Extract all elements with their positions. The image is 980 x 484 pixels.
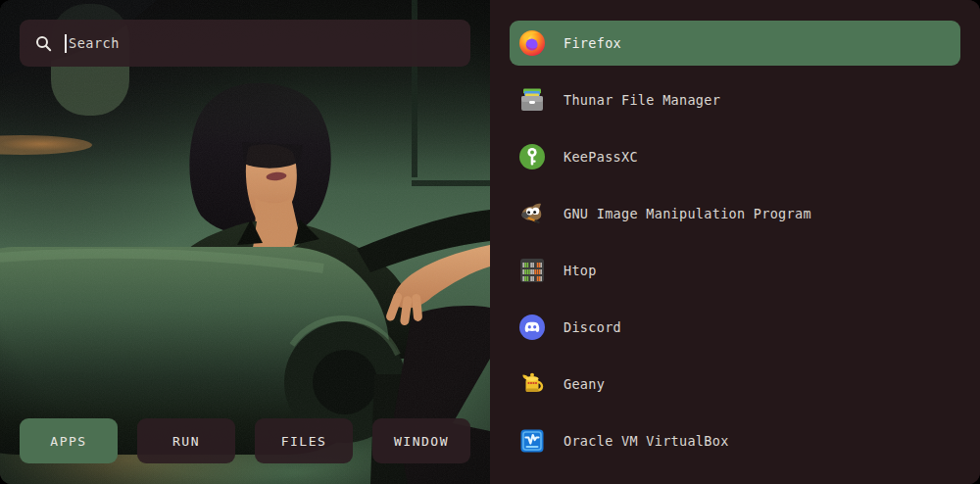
htop-icon (518, 257, 546, 284)
mode-button-files[interactable]: FILES (255, 418, 353, 463)
app-label: Geany (564, 376, 605, 392)
search-input[interactable]: Search (20, 20, 470, 67)
list-item-htop[interactable]: Htop (510, 248, 960, 293)
list-item-discord[interactable]: Discord (510, 305, 960, 350)
list-item-geany[interactable]: Geany (510, 362, 960, 407)
list-item-virtualbox[interactable]: Oracle VM VirtualBox (510, 418, 960, 463)
mode-button-run[interactable]: RUN (137, 418, 235, 463)
thunar-icon (518, 86, 546, 114)
search-placeholder: Search (69, 35, 120, 51)
app-label: Discord (564, 319, 621, 335)
app-label: GNU Image Manipulation Program (564, 206, 811, 221)
list-item-gimp[interactable]: GNU Image Manipulation Program (510, 191, 960, 236)
app-label: Firefox (564, 35, 621, 51)
mode-buttons: APPS RUN FILES WINDOW (20, 418, 470, 463)
search-icon (35, 35, 52, 52)
discord-icon (518, 314, 546, 341)
list-item-thunar[interactable]: Thunar File Manager (510, 77, 960, 122)
virtualbox-icon (518, 427, 546, 455)
gimp-icon (518, 200, 546, 227)
geany-icon (518, 370, 546, 398)
text-cursor (65, 34, 67, 53)
armchair-woman-artwork (0, 0, 490, 484)
app-label: Htop (564, 263, 597, 278)
list-item-firefox[interactable]: Firefox (510, 21, 960, 66)
mode-button-apps[interactable]: APPS (20, 418, 118, 463)
mode-button-window[interactable]: WINDOW (372, 418, 470, 463)
left-pane: Search APPS RUN FILES WINDOW (0, 0, 490, 484)
keepassxc-icon (518, 143, 546, 170)
app-list: Firefox Thunar File Manager (490, 0, 980, 484)
app-label: KeePassXC (564, 149, 638, 165)
app-label: Oracle VM VirtualBox (564, 433, 729, 449)
launcher-window: Search APPS RUN FILES WINDOW (0, 0, 980, 484)
firefox-icon (518, 29, 546, 57)
list-item-keepassxc[interactable]: KeePassXC (510, 134, 960, 179)
app-label: Thunar File Manager (564, 92, 720, 108)
